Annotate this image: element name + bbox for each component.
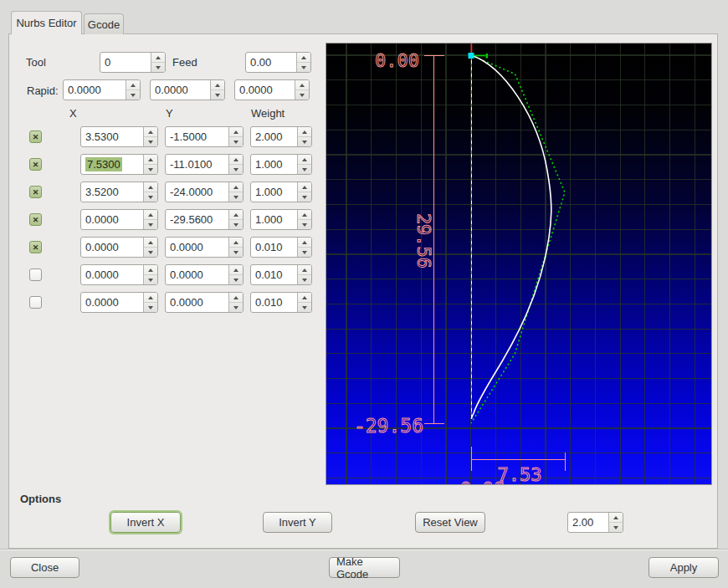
point-enable-checkbox[interactable]: [29, 130, 42, 143]
decrement-button[interactable]: [144, 192, 157, 202]
decrement-button[interactable]: [144, 164, 157, 174]
point-1-y-spinbox[interactable]: -1.5000: [165, 126, 244, 147]
increment-button[interactable]: [229, 238, 243, 247]
increment-button[interactable]: [298, 238, 311, 247]
point-3-y-spinbox-entry[interactable]: -24.0000: [166, 182, 228, 202]
decrement-button[interactable]: [609, 522, 623, 532]
point-enable-checkbox[interactable]: [29, 186, 42, 198]
decrement-button[interactable]: [298, 164, 311, 174]
increment-button[interactable]: [298, 155, 311, 164]
apply-button[interactable]: Apply: [649, 557, 719, 578]
decrement-button[interactable]: [295, 89, 309, 100]
point-5-weight-spinbox-entry[interactable]: 0.010: [251, 238, 297, 257]
point-6-y-spinbox[interactable]: 0.0000: [165, 264, 244, 285]
increment-button[interactable]: [297, 53, 310, 62]
point-1-x-spinbox-entry[interactable]: 3.5300: [81, 127, 143, 146]
point-7-y-spinbox-entry[interactable]: 0.0000: [166, 293, 228, 312]
increment-button[interactable]: [298, 293, 311, 302]
point-enable-checkbox[interactable]: [29, 213, 42, 226]
invert-x-button[interactable]: Invert X: [110, 512, 181, 533]
point-4-weight-spinbox[interactable]: 1.000: [250, 209, 312, 230]
decrement-button[interactable]: [298, 219, 311, 229]
rapid-x-spinbox-entry[interactable]: 0.0000: [64, 80, 126, 100]
decrement-button[interactable]: [144, 302, 157, 312]
increment-button[interactable]: [144, 293, 157, 302]
increment-button[interactable]: [229, 293, 243, 302]
decrement-button[interactable]: [144, 247, 157, 257]
reset-view-button[interactable]: Reset View: [415, 512, 485, 533]
increment-button[interactable]: [144, 182, 157, 192]
increment-button[interactable]: [229, 182, 243, 192]
point-4-y-spinbox[interactable]: -29.5600: [165, 209, 244, 230]
increment-button[interactable]: [211, 80, 224, 89]
decrement-button[interactable]: [151, 62, 165, 72]
rapid-z-spinbox[interactable]: 0.0000: [234, 79, 310, 100]
point-4-weight-spinbox-entry[interactable]: 1.000: [251, 210, 297, 229]
close-button[interactable]: Close: [10, 557, 79, 578]
rapid-y-spinbox-entry[interactable]: 0.0000: [151, 80, 210, 100]
point-7-x-spinbox[interactable]: 0.0000: [80, 292, 158, 313]
point-6-weight-spinbox-entry[interactable]: 0.010: [251, 265, 297, 284]
tool-spinbox-entry[interactable]: 0: [100, 53, 151, 72]
increment-button[interactable]: [295, 80, 309, 89]
point-7-weight-spinbox-entry[interactable]: 0.010: [251, 293, 297, 312]
decrement-button[interactable]: [298, 192, 311, 202]
point-2-x-spinbox[interactable]: 7.5300: [80, 154, 158, 175]
preview-plot[interactable]: 0.00 29.56 -29.56 7.53 0.00: [326, 43, 711, 484]
decrement-button[interactable]: [229, 274, 243, 284]
decrement-button[interactable]: [144, 136, 157, 146]
decrement-button[interactable]: [298, 302, 311, 312]
point-enable-checkbox[interactable]: [29, 296, 42, 309]
increment-button[interactable]: [151, 53, 165, 62]
point-4-y-spinbox-entry[interactable]: -29.5600: [166, 210, 228, 229]
point-enable-checkbox[interactable]: [29, 268, 42, 281]
point-2-y-spinbox-entry[interactable]: -11.0100: [166, 155, 228, 174]
increment-button[interactable]: [144, 238, 157, 247]
decrement-button[interactable]: [126, 89, 140, 100]
point-7-y-spinbox[interactable]: 0.0000: [165, 292, 244, 313]
point-7-x-spinbox-entry[interactable]: 0.0000: [81, 293, 143, 312]
decrement-button[interactable]: [298, 247, 311, 257]
point-3-x-spinbox-entry[interactable]: 3.5200: [81, 182, 143, 202]
decrement-button[interactable]: [229, 302, 243, 312]
increment-button[interactable]: [144, 155, 157, 164]
increment-button[interactable]: [229, 127, 243, 136]
decrement-button[interactable]: [144, 219, 157, 229]
decrement-button[interactable]: [298, 136, 311, 146]
decrement-button[interactable]: [298, 274, 311, 284]
point-5-weight-spinbox[interactable]: 0.010: [250, 237, 312, 258]
rapid-y-spinbox[interactable]: 0.0000: [150, 79, 225, 100]
increment-button[interactable]: [298, 265, 311, 274]
increment-button[interactable]: [144, 265, 157, 274]
point-2-weight-spinbox-entry[interactable]: 1.000: [251, 155, 297, 174]
point-2-x-spinbox-entry[interactable]: 7.5300: [81, 155, 143, 174]
decrement-button[interactable]: [211, 89, 224, 100]
point-enable-checkbox[interactable]: [29, 158, 42, 171]
scale-spinbox-entry[interactable]: 2.00: [568, 513, 608, 532]
invert-y-button[interactable]: Invert Y: [263, 512, 332, 533]
decrement-button[interactable]: [229, 247, 243, 257]
point-3-y-spinbox[interactable]: -24.0000: [165, 182, 244, 202]
point-5-y-spinbox-entry[interactable]: 0.0000: [166, 238, 228, 257]
increment-button[interactable]: [298, 182, 311, 192]
tool-spinbox[interactable]: 0: [100, 52, 166, 73]
point-5-x-spinbox-entry[interactable]: 0.0000: [81, 238, 143, 257]
decrement-button[interactable]: [229, 219, 243, 229]
rapid-z-spinbox-entry[interactable]: 0.0000: [235, 80, 295, 100]
point-6-weight-spinbox[interactable]: 0.010: [250, 264, 312, 285]
make-gcode-button[interactable]: Make Gcode: [329, 557, 400, 578]
increment-button[interactable]: [229, 265, 243, 274]
tab-nurbs-editor[interactable]: Nurbs Editor: [11, 11, 82, 34]
point-1-weight-spinbox[interactable]: 2.000: [250, 126, 312, 147]
point-1-y-spinbox-entry[interactable]: -1.5000: [166, 127, 228, 146]
scale-spinbox[interactable]: 2.00: [567, 512, 623, 533]
increment-button[interactable]: [298, 210, 311, 219]
point-6-y-spinbox-entry[interactable]: 0.0000: [166, 265, 228, 284]
point-3-weight-spinbox-entry[interactable]: 1.000: [251, 182, 297, 202]
rapid-x-spinbox[interactable]: 0.0000: [63, 79, 141, 100]
increment-button[interactable]: [609, 513, 623, 522]
increment-button[interactable]: [144, 210, 157, 219]
point-7-weight-spinbox[interactable]: 0.010: [250, 292, 312, 313]
point-3-weight-spinbox[interactable]: 1.000: [250, 182, 312, 202]
tab-gcode[interactable]: Gcode: [84, 13, 124, 34]
